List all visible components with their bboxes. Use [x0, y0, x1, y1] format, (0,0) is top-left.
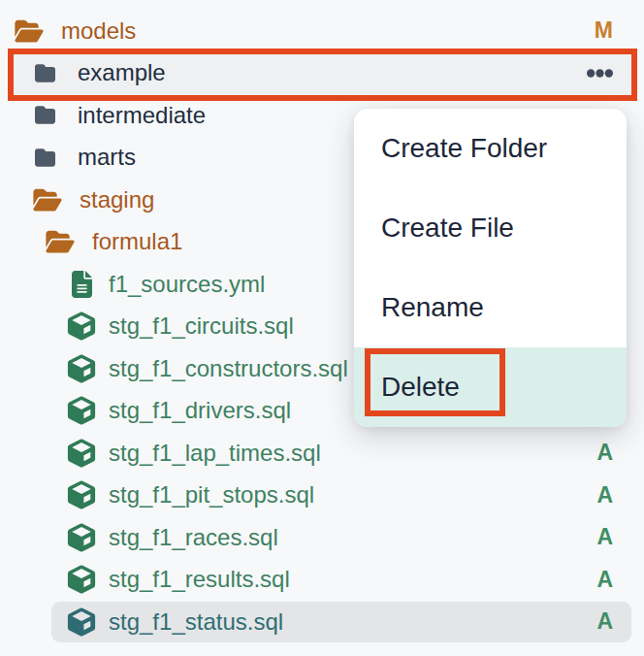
file-label: stg_f1_constructors.sql — [109, 355, 348, 382]
tree-item-stg-f1-results-sql[interactable]: stg_f1_results.sqlA — [0, 559, 644, 602]
status-badge: A — [596, 524, 613, 550]
status-badge: A — [596, 440, 613, 466]
model-cube-icon — [67, 312, 96, 341]
menu-item-label: Delete — [381, 372, 460, 403]
tree-item-stg-f1-lap-times-sql[interactable]: stg_f1_lap_times.sqlA — [0, 432, 644, 475]
model-cube-icon — [67, 565, 96, 594]
folder-label: models — [61, 17, 136, 45]
folder-label: marts — [78, 144, 136, 171]
context-menu: Create FolderCreate FileRenameDelete — [354, 109, 627, 427]
file-label: stg_f1_drivers.sql — [109, 397, 291, 424]
menu-item-label: Rename — [381, 292, 484, 323]
file-label: f1_sources.yml — [109, 271, 265, 298]
tree-item-stg-f1-races-sql[interactable]: stg_f1_races.sqlA — [0, 516, 644, 559]
file-label: stg_f1_pit_stops.sql — [109, 481, 314, 508]
menu-item-delete[interactable]: Delete — [354, 347, 627, 427]
status-badge: A — [596, 482, 613, 508]
folder-closed-icon — [32, 105, 57, 125]
file-label: stg_f1_circuits.sql — [109, 312, 294, 340]
status-badge: A — [596, 567, 613, 593]
model-cube-icon — [67, 480, 96, 509]
folder-label: example — [78, 59, 166, 86]
model-cube-icon — [67, 354, 96, 383]
menu-item-create-folder[interactable]: Create Folder — [354, 109, 627, 188]
tree-item-models[interactable]: modelsM — [0, 10, 644, 52]
status-badge: M — [595, 17, 613, 44]
folder-label: staging — [80, 186, 154, 213]
file-doc-icon — [67, 271, 96, 298]
tree-item-example[interactable]: example — [0, 52, 644, 95]
folder-label: formula1 — [92, 228, 182, 255]
folder-label: intermediate — [78, 102, 206, 129]
menu-item-create-file[interactable]: Create File — [354, 188, 627, 268]
folder-open-icon — [45, 229, 76, 254]
row-actions-button[interactable] — [587, 64, 613, 82]
menu-item-label: Create File — [381, 213, 514, 244]
file-label: stg_f1_races.sql — [109, 524, 278, 551]
menu-item-rename[interactable]: Rename — [354, 268, 627, 347]
model-cube-icon — [67, 607, 96, 637]
file-label: stg_f1_status.sql — [109, 608, 283, 636]
status-badge: A — [596, 608, 613, 635]
menu-item-label: Create Folder — [381, 133, 547, 164]
file-label: stg_f1_results.sql — [109, 566, 290, 593]
folder-open-icon — [32, 187, 63, 213]
tree-item-stg-f1-pit-stops-sql[interactable]: stg_f1_pit_stops.sqlA — [0, 475, 644, 517]
model-cube-icon — [67, 523, 96, 552]
folder-open-icon — [14, 18, 45, 44]
tree-item-stg-f1-status-sql[interactable]: stg_f1_status.sqlA — [0, 601, 644, 643]
folder-closed-icon — [32, 148, 57, 168]
model-cube-icon — [67, 396, 96, 425]
file-label: stg_f1_lap_times.sql — [109, 440, 321, 467]
folder-closed-icon — [32, 63, 57, 83]
ellipsis-icon — [587, 64, 613, 82]
model-cube-icon — [67, 439, 96, 468]
